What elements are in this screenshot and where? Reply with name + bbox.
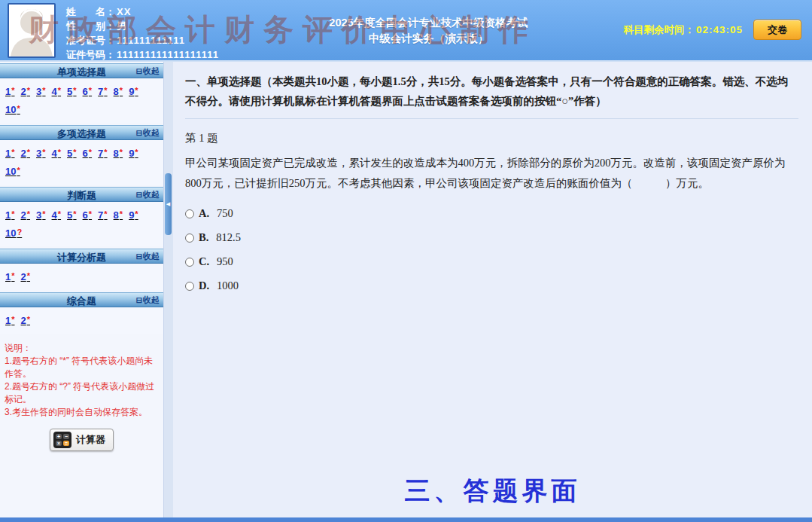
question-section: 综合题⊟收起1*2* <box>0 292 163 334</box>
unanswered-flag-icon: * <box>73 209 76 218</box>
question-link[interactable]: 1* <box>5 267 15 285</box>
question-link[interactable]: 4* <box>52 82 62 100</box>
radio-icon[interactable] <box>185 282 194 291</box>
question-number-label: 1 <box>5 315 11 326</box>
question-link[interactable]: 2* <box>21 311 31 329</box>
question-link[interactable]: 6* <box>83 206 93 224</box>
option-row[interactable]: C.950 <box>185 255 798 268</box>
unanswered-flag-icon: * <box>17 166 20 175</box>
question-number-label: 10 <box>5 166 16 177</box>
unanswered-flag-icon: * <box>11 315 14 324</box>
calc-key-icon: = <box>63 441 69 446</box>
question-link[interactable]: 10* <box>5 100 20 118</box>
option-value: 750 <box>217 207 233 220</box>
question-link[interactable]: 8* <box>114 82 123 100</box>
collapse-icon: ⊟ <box>136 252 142 261</box>
unanswered-flag-icon: * <box>89 209 92 218</box>
timer-value: 02:43:05 <box>696 24 743 35</box>
question-link[interactable]: 10* <box>5 162 20 180</box>
options-list: A.750B.812.5C.950D.1000 <box>185 207 798 292</box>
legend-note-line: 3.考生作答的同时会自动保存答案。 <box>5 406 160 419</box>
option-value: 812.5 <box>216 231 241 244</box>
question-number-label: 4 <box>52 209 57 221</box>
question-link[interactable]: 9* <box>129 206 138 224</box>
unanswered-flag-icon: * <box>135 209 138 218</box>
question-number-label: 1 <box>5 148 11 159</box>
question-link[interactable]: 7* <box>98 82 108 100</box>
question-link[interactable]: 1* <box>5 144 15 162</box>
radio-icon[interactable] <box>185 209 194 218</box>
question-panel: 一、单项选择题（本类题共10小题，每小题1.5分，共15分。每小题备选答案中，只… <box>173 62 812 517</box>
question-link[interactable]: 4* <box>52 206 62 224</box>
question-link[interactable]: 2* <box>21 144 31 162</box>
question-link[interactable]: 9* <box>129 144 138 162</box>
option-letter: B. <box>199 231 208 244</box>
legend-notes: 说明： 1.题号右方的 “*” 符号代表该小题尚未作答。2.题号右方的 “?” … <box>0 336 163 422</box>
section-title: 计算分析题 <box>57 252 106 263</box>
question-link[interactable]: 3* <box>36 206 46 224</box>
section-title: 单项选择题 <box>57 66 106 78</box>
candidate-photo <box>8 3 56 58</box>
submit-paper-button[interactable]: 交卷 <box>753 20 801 40</box>
question-section: 计算分析题⊟收起1*2* <box>0 249 163 290</box>
question-link[interactable]: 5* <box>67 206 77 224</box>
question-link[interactable]: 10? <box>5 224 22 242</box>
unanswered-flag-icon: * <box>58 148 61 157</box>
sidebar-collapse-handle[interactable]: ◀ <box>165 173 172 235</box>
question-link[interactable]: 6* <box>83 144 93 162</box>
calculator-button[interactable]: +−×= 计算器 <box>50 429 114 451</box>
question-link[interactable]: 8* <box>114 206 123 224</box>
question-link[interactable]: 8* <box>114 144 123 162</box>
radio-icon[interactable] <box>185 234 194 243</box>
option-row[interactable]: A.750 <box>185 207 798 220</box>
collapse-button[interactable]: ⊟收起 <box>136 126 160 140</box>
question-link[interactable]: 2* <box>21 267 31 285</box>
legend-note-line: 1.题号右方的 “*” 符号代表该小题尚未作答。 <box>5 355 160 380</box>
collapse-icon: ⊟ <box>136 296 142 304</box>
question-number-label: 9 <box>129 209 134 221</box>
id-value: 111111111111111111 <box>117 49 219 60</box>
ticket-label: 准考证号： <box>66 35 115 46</box>
question-link[interactable]: 5* <box>67 82 77 100</box>
radio-icon[interactable] <box>185 258 194 267</box>
section-header: 单项选择题⊟收起 <box>0 63 163 78</box>
section-title: 判断题 <box>67 190 96 201</box>
question-number-label: 1 <box>5 209 11 221</box>
exam-app: 姓 名：XX 性 别：男 准考证号：111111111111 证件号码：1111… <box>0 0 812 522</box>
option-row[interactable]: B.812.5 <box>185 231 798 244</box>
question-link[interactable]: 3* <box>36 144 46 162</box>
question-link[interactable]: 2* <box>21 82 31 100</box>
question-link[interactable]: 9* <box>129 82 138 100</box>
question-number-label: 1 <box>5 271 11 282</box>
question-section: 判断题⊟收起1*2*3*4*5*6*7*8*9*10? <box>0 187 163 246</box>
question-link[interactable]: 6* <box>83 82 93 100</box>
question-link[interactable]: 2* <box>21 206 31 224</box>
question-number-label: 3 <box>36 86 41 97</box>
candidate-info: 姓 名：XX 性 别：男 准考证号：111111111111 证件号码：1111… <box>66 6 219 61</box>
collapse-button[interactable]: ⊟收起 <box>136 249 160 264</box>
question-link[interactable]: 5* <box>67 144 77 162</box>
calc-key-icon: + <box>56 434 62 439</box>
timer-label: 科目剩余时间： <box>623 23 695 37</box>
question-link[interactable]: 7* <box>98 206 108 224</box>
collapse-button[interactable]: ⊟收起 <box>136 64 160 78</box>
collapse-button[interactable]: ⊟收起 <box>136 293 160 307</box>
question-link[interactable]: 3* <box>36 82 46 100</box>
exam-title-line1: 2025年度全国会计专业技术中级资格考试 <box>271 15 586 31</box>
question-link[interactable]: 1* <box>5 311 15 329</box>
calculator-label: 计算器 <box>76 433 105 447</box>
question-link[interactable]: 7* <box>98 144 108 162</box>
question-number-label: 5 <box>67 148 72 159</box>
collapse-button[interactable]: ⊟收起 <box>136 188 160 202</box>
marked-flag-icon: ? <box>17 227 22 237</box>
exam-title: 2025年度全国会计专业技术中级资格考试 中级会计实务（演示版） <box>271 15 586 47</box>
id-label: 证件号码： <box>66 49 115 60</box>
option-letter: C. <box>199 255 209 268</box>
question-number-label: 2 <box>21 86 26 97</box>
question-nav-sidebar: 单项选择题⊟收起1*2*3*4*5*6*7*8*9*10*多项选择题⊟收起1*2… <box>0 62 164 517</box>
unanswered-flag-icon: * <box>58 209 61 218</box>
question-link[interactable]: 4* <box>52 144 62 162</box>
option-row[interactable]: D.1000 <box>185 279 798 292</box>
question-link[interactable]: 1* <box>5 206 15 224</box>
question-link[interactable]: 1* <box>5 82 15 100</box>
